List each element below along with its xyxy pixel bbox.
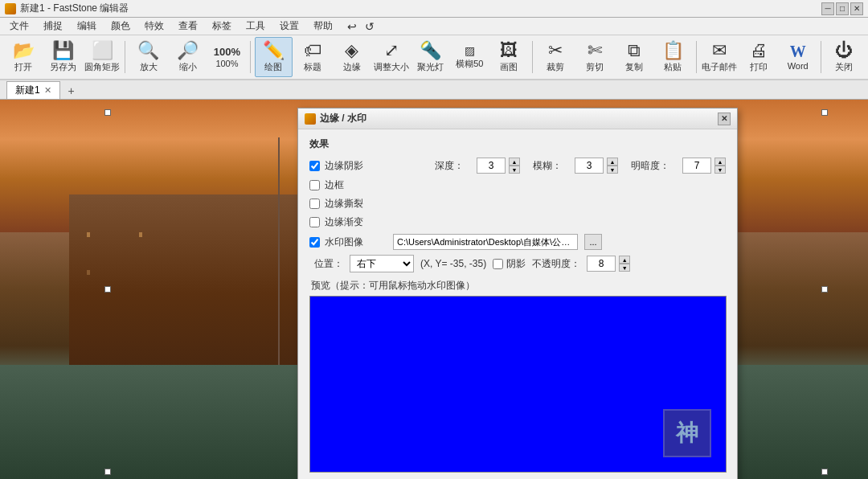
toolbar-edge-label: 边缘 <box>343 61 361 73</box>
toolbar-crop[interactable]: ✂ 裁剪 <box>536 37 574 77</box>
toolbar-copy[interactable]: ⧉ 复制 <box>615 37 653 77</box>
darkness-up[interactable]: ▲ <box>714 158 726 166</box>
opacity-spinner[interactable]: ▲ ▼ <box>587 256 630 272</box>
fade-label[interactable]: 边缘渐变 <box>325 215 363 229</box>
blur-up[interactable]: ▲ <box>607 158 618 166</box>
watermark-checkbox[interactable] <box>309 237 320 248</box>
toolbar-draw[interactable]: ✏️ 绘图 <box>255 37 293 77</box>
toolbar-cut[interactable]: ✄ 剪切 <box>575 37 613 77</box>
position-row: 位置： 右下 左上 中上 右上 中左 居中 中右 左下 中下 (X, Y= -3… <box>309 255 726 272</box>
depth-input[interactable] <box>477 158 506 174</box>
menu-capture[interactable]: 捕捉 <box>37 18 69 35</box>
toolbar-round-rect-label: 圆角矩形 <box>84 61 120 73</box>
border-checkbox[interactable] <box>309 180 320 190</box>
watermark-path-input[interactable] <box>393 234 578 250</box>
watermark-shadow-label[interactable]: 阴影 <box>506 257 526 271</box>
border-label[interactable]: 边框 <box>325 178 344 192</box>
handle-bl[interactable] <box>104 469 111 475</box>
blur-input[interactable] <box>575 158 604 174</box>
blur-label: 模糊： <box>533 159 562 173</box>
blur-spinner[interactable]: ▲ ▼ <box>575 158 618 174</box>
toolbar-paste-label: 粘贴 <box>664 61 682 73</box>
menu-color[interactable]: 颜色 <box>104 18 137 35</box>
torn-label[interactable]: 边缘撕裂 <box>325 197 363 211</box>
effects-section-label: 效果 <box>309 137 726 151</box>
redo-button[interactable]: ↺ <box>365 20 375 33</box>
toolbar-zoom-out[interactable]: 🔎 缩小 <box>169 37 207 77</box>
maximize-button[interactable]: □ <box>836 2 849 15</box>
darkness-input[interactable] <box>682 158 711 174</box>
torn-checkbox[interactable] <box>309 199 320 209</box>
toolbar-zoom-in[interactable]: 🔍 放大 <box>129 37 167 77</box>
handle-ml[interactable] <box>104 286 111 293</box>
menu-view[interactable]: 查看 <box>172 18 204 35</box>
tab-new1[interactable]: 新建1 ✕ <box>6 81 60 99</box>
toolbar-blur[interactable]: ▨ 横糊50 <box>451 37 489 77</box>
menu-edit[interactable]: 编辑 <box>71 18 103 35</box>
toolbar-open[interactable]: 📂 打开 <box>5 37 43 77</box>
minimize-button[interactable]: ─ <box>821 2 834 15</box>
toolbar-close[interactable]: ⏻ 关闭 <box>825 37 863 77</box>
preview-canvas[interactable]: 神 <box>309 296 727 473</box>
position-select[interactable]: 右下 左上 中上 右上 中左 居中 中右 左下 中下 <box>350 255 414 272</box>
app-icon <box>5 3 16 14</box>
toolbar-spotlight[interactable]: 🔦 聚光灯 <box>411 37 449 77</box>
watermark-shadow-checkbox[interactable] <box>493 259 503 269</box>
menu-tools[interactable]: 工具 <box>240 18 272 35</box>
menu-help[interactable]: 帮助 <box>307 18 339 35</box>
shadow-checkbox[interactable] <box>309 161 320 171</box>
toolbar-zoom-100-label: 100% <box>215 59 238 68</box>
title-bar: 新建1 - FastStone 编辑器 ─ □ ✕ <box>0 0 868 18</box>
opacity-up[interactable]: ▲ <box>619 256 630 264</box>
toolbar-zoom-100[interactable]: 100% 100% <box>208 37 246 77</box>
darkness-down[interactable]: ▼ <box>714 166 726 174</box>
torn-effect-row: 边缘撕裂 <box>309 197 726 211</box>
dialog-close-button[interactable]: ✕ <box>718 113 731 125</box>
menu-effects[interactable]: 特效 <box>138 18 170 35</box>
round-rect-icon: ⬜ <box>92 42 113 59</box>
fade-checkbox[interactable] <box>309 217 320 227</box>
toolbar-word[interactable]: W Word <box>779 37 817 77</box>
spotlight-icon: 🔦 <box>420 42 441 59</box>
close-window-button[interactable]: ✕ <box>850 2 863 15</box>
handle-tl[interactable] <box>104 109 111 116</box>
toolbar-zoom-in-label: 放大 <box>140 61 158 73</box>
handle-mr[interactable] <box>821 286 828 293</box>
toolbar-save-as[interactable]: 💾 另存为 <box>44 37 82 77</box>
watermark-preview-image[interactable]: 神 <box>663 409 711 457</box>
handle-tr[interactable] <box>821 109 828 116</box>
draw-icon: ✏️ <box>263 42 285 59</box>
toolbar-paste[interactable]: 📋 粘贴 <box>654 37 692 77</box>
shadow-label[interactable]: 边缘阴影 <box>325 159 363 173</box>
toolbar-caption[interactable]: 🏷 标题 <box>294 37 332 77</box>
blur-down[interactable]: ▼ <box>607 166 618 174</box>
menu-tags[interactable]: 标签 <box>206 18 238 35</box>
watermark-checkbox-part: 水印图像 <box>309 235 387 249</box>
watermark-label[interactable]: 水印图像 <box>325 235 363 249</box>
paste-icon: 📋 <box>662 42 684 59</box>
handle-br[interactable] <box>821 469 828 475</box>
depth-up[interactable]: ▲ <box>509 158 520 166</box>
menu-settings[interactable]: 设置 <box>273 18 305 35</box>
tab-add-button[interactable]: + <box>63 83 80 99</box>
depth-down[interactable]: ▼ <box>509 166 520 174</box>
toolbar-sep-5 <box>821 41 821 73</box>
depth-spinner[interactable]: ▲ ▼ <box>477 158 520 174</box>
tab-close-button[interactable]: ✕ <box>44 85 51 96</box>
toolbar-print-label: 打印 <box>750 61 768 73</box>
toolbar-print[interactable]: 🖨 打印 <box>739 37 777 77</box>
menu-file[interactable]: 文件 <box>3 18 35 35</box>
undo-button[interactable]: ↩ <box>347 20 357 33</box>
opacity-down[interactable]: ▼ <box>619 264 630 272</box>
toolbar-edge[interactable]: ◈ 边缘 <box>333 37 371 77</box>
toolbar-sep-4 <box>696 41 697 73</box>
toolbar-resize[interactable]: ⤢ 调整大小 <box>372 37 410 77</box>
browse-button[interactable]: ... <box>584 234 602 250</box>
toolbar-round-rect[interactable]: ⬜ 圆角矩形 <box>84 37 121 77</box>
darkness-spinner[interactable]: ▲ ▼ <box>682 158 726 174</box>
toolbar-email[interactable]: ✉ 电子邮件 <box>701 37 739 77</box>
email-icon: ✉ <box>712 42 727 59</box>
edge-icon: ◈ <box>345 42 358 59</box>
toolbar-draw2[interactable]: 🖼 画图 <box>490 37 528 77</box>
opacity-input[interactable] <box>587 256 616 272</box>
